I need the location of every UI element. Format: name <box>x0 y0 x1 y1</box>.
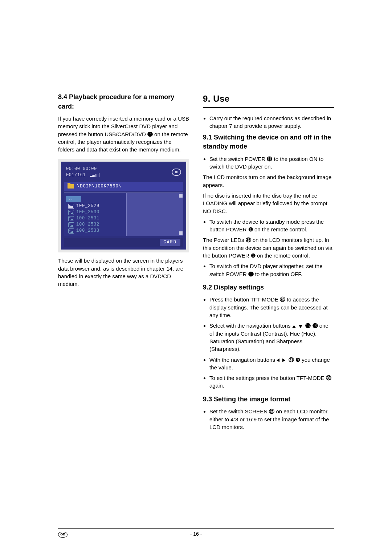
image-file-icon <box>68 210 74 215</box>
ref-1-icon: ❶ <box>248 226 253 233</box>
screenshot-file-pane: .. 100_2529 100_2530 100_2531 100_2532 1… <box>64 193 183 236</box>
heading-8-4: 8.4 Playback procedure for a memory card… <box>58 93 189 111</box>
ref-11-icon: ⓫ <box>248 270 254 278</box>
arrow-up-icon <box>292 325 296 328</box>
screenshot-index: 001/161 <box>66 172 86 178</box>
list-item: 100_2530 <box>66 209 126 215</box>
list-item: Press the button TFT-MODE ㉚ to access th… <box>209 296 334 319</box>
ref-11-icon: ⓫ <box>267 155 272 163</box>
ref-18-icon: ⓲ <box>313 322 318 329</box>
list-item: 100_2529 <box>66 203 126 209</box>
page-number: - 16 - <box>190 531 202 537</box>
list-item: To switch the device to standby mode pre… <box>209 218 334 234</box>
ref-14-icon: ⓮ <box>147 130 153 138</box>
ref-24-icon: ㉔ <box>269 408 274 415</box>
heading-9-2: 9.2 Display settings <box>203 283 334 292</box>
screenshot-top-bar: 00:00 00:00 001/161 <box>64 165 183 180</box>
screenshot-time: 00:00 00:00 <box>66 166 99 172</box>
ref-30-icon: ㉚ <box>326 374 331 382</box>
list-item: Set the switch POWER ⓫ to the position O… <box>209 155 334 171</box>
screenshot-path: \DCIM\100K7590\ <box>77 183 122 190</box>
left-column: 8.4 Playback procedure for a memory card… <box>58 93 189 434</box>
file-list: .. 100_2529 100_2530 100_2531 100_2532 1… <box>64 193 126 236</box>
para-lcd-on: The LCD monitors turn on and the backgro… <box>203 173 334 189</box>
list-item: 100_2532 <box>66 222 126 228</box>
list-item: To exit the settings press the button TF… <box>209 374 334 390</box>
arrow-left-icon <box>277 358 279 362</box>
chapter-intro-list: Carry out the required connections as de… <box>203 114 334 130</box>
ref-31-icon: ㉛ <box>289 356 294 364</box>
chapter-9-title: 9. Use <box>203 93 334 105</box>
ref-9-icon: ❾ <box>295 356 300 364</box>
screenshot-card-browser: 00:00 00:00 001/161 <box>58 159 189 253</box>
folder-icon <box>68 184 74 189</box>
dir-up-item: .. <box>66 196 81 203</box>
para-no-disc: If no disc is inserted into the disc tra… <box>203 192 334 215</box>
scroll-down-icon <box>179 231 183 235</box>
scroll-up-icon <box>179 194 183 198</box>
manual-page: 8.4 Playback procedure for a memory card… <box>0 0 392 555</box>
list-item: Set the switch SCREEN ㉔ on each LCD moni… <box>209 408 334 431</box>
para-power-leds: The Power LEDs ㊺ on the LCD monitors lig… <box>203 236 334 259</box>
chapter-rule <box>203 107 334 108</box>
stop-icon <box>172 169 181 176</box>
list-item: 100_2533 <box>66 228 126 234</box>
two-column-layout: 8.4 Playback procedure for a memory card… <box>58 93 334 434</box>
preview-pane <box>126 193 184 236</box>
arrow-down-icon <box>299 325 302 328</box>
image-file-icon <box>68 222 74 227</box>
para-8-4-intro: If you have correctly inserted a memory … <box>58 115 189 153</box>
gb-oval-icon: GB <box>58 532 68 538</box>
list-item: With the navigation buttons ㉛ ❾ you chan… <box>209 356 334 372</box>
right-column: 9. Use Carry out the required connection… <box>203 93 334 434</box>
image-file-icon <box>68 204 74 209</box>
ref-45-icon: ㊺ <box>246 236 251 244</box>
list-item: 100_2531 <box>66 215 126 222</box>
card-label: CARD <box>160 239 180 246</box>
heading-9-1: 9.1 Switching the device on and off in t… <box>203 133 334 151</box>
list-item: Select with the navigation buttons ⓯ ⓲ o… <box>209 322 334 353</box>
footer: GB - 16 - <box>58 531 334 537</box>
arrow-right-icon <box>282 358 285 362</box>
image-file-icon <box>68 216 74 221</box>
media-type-bar: CARD <box>64 238 183 247</box>
list-item: To switch off the DVD player altogether,… <box>209 262 334 278</box>
ref-15-icon: ⓯ <box>305 322 311 329</box>
heading-9-3: 9.3 Setting the image format <box>203 395 334 404</box>
footer-rule <box>58 528 334 529</box>
para-8-4-outro: These will be displayed on the screen in… <box>58 257 189 288</box>
list-item: Carry out the required connections as de… <box>209 114 334 130</box>
ref-30-icon: ㉚ <box>280 296 285 303</box>
volume-bars-icon <box>90 173 99 177</box>
image-file-icon <box>68 228 74 234</box>
ref-1-icon: ❶ <box>251 252 256 259</box>
screenshot-path-bar: \DCIM\100K7590\ <box>64 182 183 191</box>
